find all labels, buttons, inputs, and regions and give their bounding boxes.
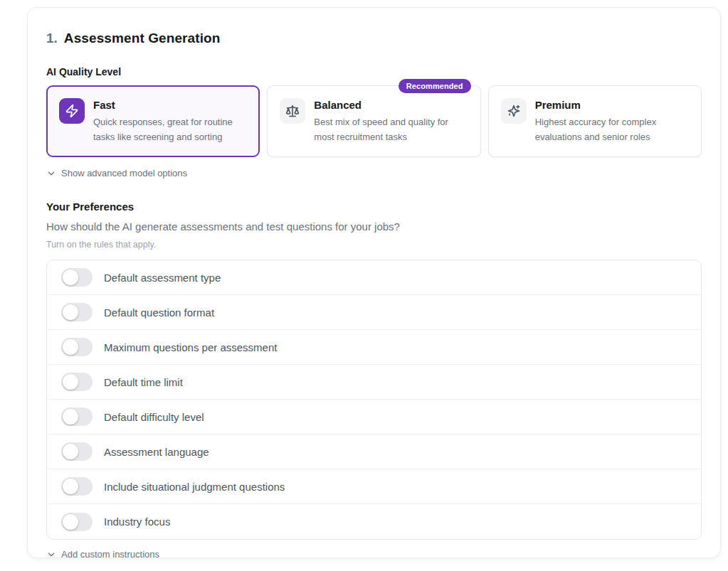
toggle-situational-judgment[interactable] (61, 477, 93, 496)
section-header: 1. Assessment Generation (46, 31, 702, 46)
toggle-knob (63, 444, 78, 459)
chevron-down-icon (46, 169, 56, 178)
preference-row-default-assessment-type: Default assessment type (47, 260, 701, 295)
sparkles-icon (501, 98, 527, 124)
show-advanced-options-link[interactable]: Show advanced model options (46, 168, 187, 178)
preferences-title: Your Preferences (46, 201, 702, 213)
show-advanced-options-label: Show advanced model options (61, 168, 187, 178)
quality-option-description: Best mix of speed and quality for most r… (314, 114, 468, 144)
rule-label: Default assessment type (104, 272, 221, 284)
toggle-knob (63, 304, 78, 320)
add-custom-instructions-label: Add custom instructions (61, 549, 159, 560)
preferences-hint: Turn on the rules that apply. (46, 240, 702, 250)
assessment-generation-panel: 1. Assessment Generation AI Quality Leve… (27, 7, 721, 558)
toggle-knob (63, 270, 78, 285)
rule-label: Default question format (104, 306, 214, 319)
section-number: 1. (46, 31, 58, 46)
toggle-knob (63, 339, 78, 355)
preference-row-maximum-questions: Maximum questions per assessment (47, 330, 701, 365)
quality-option-description: Highest accuracy for complex evaluations… (535, 114, 689, 144)
toggle-default-difficulty-level[interactable] (61, 407, 93, 426)
rule-label: Assessment language (104, 446, 209, 458)
recommended-badge: Recommended (399, 79, 471, 93)
toggle-knob (63, 479, 78, 494)
rule-label: Industry focus (104, 516, 170, 528)
quality-option-description: Quick responses, great for routine tasks… (93, 114, 247, 144)
preferences-question: How should the AI generate assessments a… (46, 220, 702, 233)
preference-row-situational-judgment: Include situational judgment questions (47, 469, 701, 504)
quality-option-fast[interactable]: Fast Quick responses, great for routine … (46, 85, 260, 157)
chevron-down-icon (46, 550, 56, 560)
scale-icon (280, 98, 305, 124)
preference-row-default-question-format: Default question format (47, 295, 701, 330)
rule-label: Default time limit (104, 376, 183, 388)
quality-options-row: Fast Quick responses, great for routine … (46, 85, 702, 157)
toggle-knob (63, 409, 78, 425)
quality-option-title: Premium (535, 99, 689, 111)
toggle-maximum-questions[interactable] (61, 338, 93, 356)
ai-quality-level-label: AI Quality Level (46, 66, 702, 78)
quality-option-balanced[interactable]: Recommended Balanced Best mix of speed a… (267, 85, 480, 157)
toggle-default-question-format[interactable] (61, 303, 93, 321)
page-title: Assessment Generation (64, 31, 221, 46)
quality-option-premium[interactable]: Premium Highest accuracy for complex eva… (488, 85, 702, 157)
quality-option-title: Balanced (314, 99, 468, 111)
toggle-default-assessment-type[interactable] (61, 268, 93, 287)
toggle-assessment-language[interactable] (61, 442, 93, 461)
toggle-industry-focus[interactable] (61, 513, 93, 531)
add-custom-instructions-link[interactable]: Add custom instructions (46, 549, 159, 560)
quality-option-title: Fast (93, 99, 247, 111)
toggle-default-time-limit[interactable] (61, 373, 93, 391)
toggle-knob (63, 374, 78, 390)
preference-row-default-time-limit: Default time limit (47, 365, 701, 400)
preference-row-default-difficulty-level: Default difficulty level (47, 400, 701, 434)
rule-label: Maximum questions per assessment (104, 341, 277, 353)
preference-row-industry-focus: Industry focus (47, 504, 701, 539)
rule-label: Include situational judgment questions (104, 481, 285, 493)
toggle-knob (63, 514, 78, 530)
rule-label: Default difficulty level (104, 411, 204, 423)
preference-rules-list: Default assessment type Default question… (46, 260, 702, 540)
zap-icon (59, 98, 85, 124)
preference-row-assessment-language: Assessment language (47, 434, 701, 469)
